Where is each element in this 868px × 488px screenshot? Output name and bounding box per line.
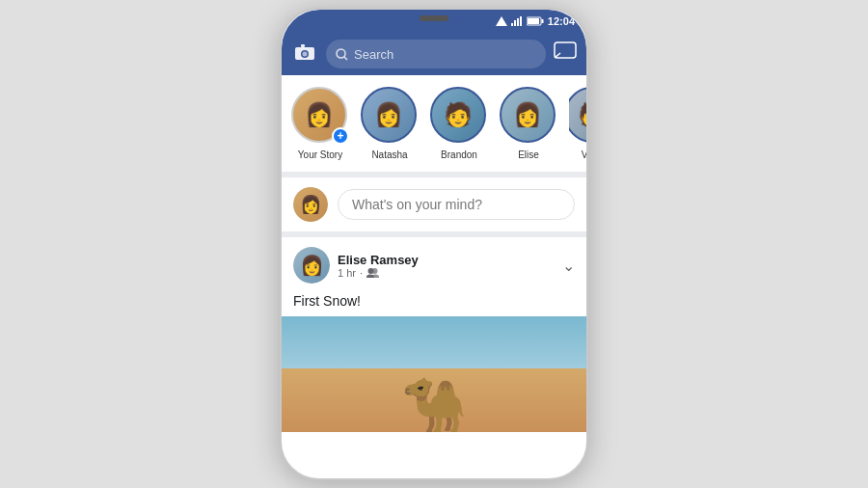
svg-rect-7	[528, 18, 539, 24]
search-placeholder: Search	[354, 47, 393, 62]
natasha-face: 👩	[363, 89, 415, 141]
brandon-label: Brandon	[441, 149, 477, 160]
clock: 12:04	[548, 15, 575, 27]
your-story-label: Your Story	[298, 149, 342, 160]
messenger-button[interactable]	[554, 41, 577, 68]
svg-rect-3	[517, 18, 519, 26]
svg-rect-6	[541, 19, 543, 23]
post-image-figure: 🐪	[401, 379, 468, 432]
status-bar: 12:04	[282, 10, 586, 33]
svg-rect-11	[301, 44, 305, 47]
post-options-chevron[interactable]: ⌄	[562, 257, 575, 275]
status-icons: 12:04	[496, 15, 575, 27]
brandon-avatar-wrapper: 🧑	[430, 87, 488, 145]
svg-line-13	[344, 57, 347, 60]
story-item-natasha[interactable]: 👩 Natasha	[361, 87, 419, 160]
post-header: 👩 Elise Ramsey 1 hr ·	[282, 237, 586, 293]
elise-avatar-wrapper: 👩	[500, 87, 557, 145]
post-author-avatar: 👩	[293, 247, 330, 284]
story-item-your-story[interactable]: 👩 + Your Story	[291, 87, 349, 160]
post-time: 1 hr	[338, 267, 356, 279]
top-nav-bar: Search	[282, 33, 586, 75]
post-image: 🐪	[282, 316, 586, 432]
story-item-vince[interactable]: 🧑 Vin…	[569, 87, 586, 160]
whats-on-mind-input[interactable]: What's on your mind?	[338, 189, 575, 220]
phone-screen: 12:04 Search	[282, 10, 586, 478]
power-button	[586, 96, 588, 135]
post-author-info: Elise Ramsey 1 hr ·	[338, 253, 555, 279]
post-dot: ·	[360, 267, 363, 279]
svg-marker-0	[496, 16, 507, 26]
vince-avatar-wrapper: 🧑	[569, 87, 586, 145]
stories-section: 👩 + Your Story 👩 Natasha	[282, 75, 586, 177]
svg-rect-4	[520, 16, 522, 26]
speaker	[420, 15, 448, 21]
signal-icon	[496, 16, 507, 26]
camera-icon	[294, 43, 315, 61]
svg-rect-2	[514, 20, 516, 26]
vince-face: 🧑	[569, 89, 586, 141]
brandon-face: 🧑	[432, 89, 484, 141]
messenger-icon	[554, 41, 577, 63]
story-item-brandon[interactable]: 🧑 Brandon	[430, 87, 488, 160]
natasha-avatar-wrapper: 👩	[361, 87, 419, 145]
post-text: First Snow!	[282, 293, 586, 316]
post-card: 👩 Elise Ramsey 1 hr ·	[282, 237, 586, 432]
svg-point-16	[372, 268, 378, 274]
vince-avatar: 🧑	[569, 87, 586, 143]
story-item-elise[interactable]: 👩 Elise	[500, 87, 557, 160]
whats-on-mind-bar[interactable]: 👩 What's on your mind?	[282, 177, 586, 237]
post-image-figure-wrapper: 🐪	[282, 316, 586, 432]
vince-label: Vin…	[582, 149, 586, 160]
svg-point-12	[337, 49, 345, 58]
phone-device: 12:04 Search	[280, 8, 588, 480]
your-story-avatar-wrapper: 👩 +	[291, 87, 349, 145]
svg-point-10	[303, 51, 308, 56]
search-bar[interactable]: Search	[326, 40, 546, 68]
lte-icon	[511, 16, 523, 26]
elise-avatar: 👩	[500, 87, 556, 143]
natasha-label: Natasha	[371, 149, 407, 160]
post-author-name: Elise Ramsey	[338, 253, 555, 267]
friends-icon	[366, 267, 379, 278]
user-avatar-small: 👩	[293, 187, 328, 222]
svg-rect-1	[511, 23, 513, 26]
add-story-badge: +	[332, 127, 349, 145]
brandon-avatar: 🧑	[430, 87, 486, 143]
natasha-avatar: 👩	[361, 87, 417, 143]
elise-face: 👩	[502, 89, 554, 141]
elise-label: Elise	[518, 149, 539, 160]
post-meta: 1 hr ·	[338, 267, 555, 279]
search-icon	[336, 48, 348, 61]
camera-button[interactable]	[291, 43, 318, 66]
battery-icon	[527, 16, 544, 26]
